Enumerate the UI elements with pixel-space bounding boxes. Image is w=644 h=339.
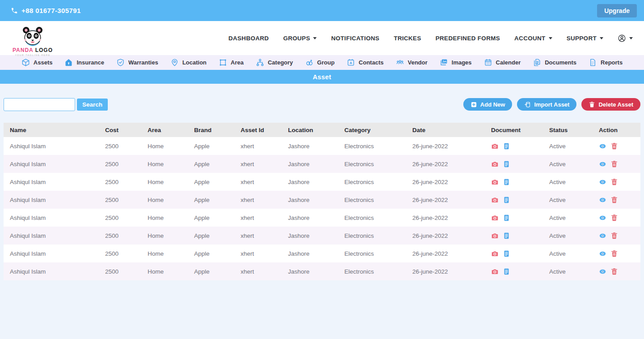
contact-card-icon: A (347, 58, 355, 67)
module-category[interactable]: Category (256, 58, 293, 67)
file-list-icon[interactable] (503, 178, 510, 186)
camera-icon[interactable] (491, 214, 499, 222)
nav-support[interactable]: SUPPORT (567, 35, 603, 42)
delete-asset-button[interactable]: Delete Asset (581, 98, 640, 111)
module-reports[interactable]: Reports (589, 58, 623, 67)
nav-notifications[interactable]: NOTIFICATIONS (331, 35, 379, 42)
top-contact-bar: +88 01677-305791 Upgrade (0, 0, 644, 21)
user-profile-menu[interactable] (618, 34, 633, 43)
delete-trash-icon[interactable] (610, 232, 618, 240)
cell-asset-id: xhert (234, 262, 282, 280)
cell-status: Active (543, 262, 593, 280)
file-list-icon[interactable] (503, 268, 510, 275)
module-group[interactable]: Group (305, 58, 335, 67)
cell-action (593, 137, 640, 155)
module-warranties[interactable]: Warranties (116, 58, 158, 67)
view-eye-icon[interactable] (599, 232, 606, 240)
cell-action (593, 227, 640, 245)
cell-cost: 2500 (99, 209, 141, 227)
nav-groups[interactable]: GROUPS (283, 35, 317, 42)
module-location[interactable]: Location (170, 58, 207, 67)
add-new-button[interactable]: Add New (463, 98, 513, 111)
view-eye-icon[interactable] (599, 196, 606, 204)
camera-icon[interactable] (491, 160, 499, 168)
view-eye-icon[interactable] (599, 250, 606, 257)
cell-asset-id: xhert (234, 209, 282, 227)
file-list-icon[interactable] (503, 250, 510, 257)
cell-asset-id: xhert (234, 191, 282, 209)
cell-location: Jashore (282, 245, 338, 262)
file-list-icon[interactable] (503, 142, 510, 150)
view-eye-icon[interactable] (599, 142, 606, 150)
cell-brand: Apple (188, 209, 234, 227)
cell-action (593, 191, 640, 209)
cell-brand: Apple (188, 191, 234, 209)
search-input[interactable] (4, 98, 75, 111)
phone-number: +88 01677-305791 (21, 7, 81, 14)
chevron-down-icon (600, 37, 603, 39)
cell-name: Ashiqul Islam (4, 191, 99, 209)
module-label: Vendor (408, 59, 428, 66)
nav-trickes[interactable]: TRICKES (394, 35, 421, 42)
delete-trash-icon[interactable] (610, 196, 618, 204)
cell-action (593, 173, 640, 191)
module-documents[interactable]: Documents (533, 58, 576, 67)
delete-trash-icon[interactable] (610, 250, 618, 257)
cell-action (593, 262, 640, 280)
file-list-icon[interactable] (503, 196, 510, 204)
module-area[interactable]: Area (219, 58, 244, 67)
module-vendor[interactable]: Vendor (396, 58, 428, 67)
delete-trash-icon[interactable] (610, 268, 618, 275)
view-eye-icon[interactable] (599, 214, 606, 222)
camera-icon[interactable] (491, 196, 499, 204)
cell-cost: 2500 (99, 137, 141, 155)
cell-name: Ashiqul Islam (4, 137, 99, 155)
table-row: Ashiqul Islam 2500 Home Apple xhert Jash… (4, 137, 640, 155)
delete-trash-icon[interactable] (610, 178, 618, 186)
table-row: Ashiqul Islam 2500 Home Apple xhert Jash… (4, 245, 640, 262)
cell-brand: Apple (188, 173, 234, 191)
nav-dashboard[interactable]: DASHBOARD (229, 35, 269, 42)
nav-predefined-forms[interactable]: PREDEFINED FORMS (436, 35, 500, 42)
file-list-icon[interactable] (503, 232, 510, 240)
view-eye-icon[interactable] (599, 160, 606, 168)
upgrade-button[interactable]: Upgrade (597, 4, 637, 17)
cell-area: Home (141, 209, 188, 227)
module-insurance[interactable]: Insurance (64, 58, 104, 67)
cell-brand: Apple (188, 245, 234, 262)
cell-asset-id: xhert (234, 173, 282, 191)
file-list-icon[interactable] (503, 160, 510, 168)
cell-date: 26-june-2022 (406, 245, 485, 262)
table-row: Ashiqul Islam 2500 Home Apple xhert Jash… (4, 227, 640, 245)
column-header-action: Action (593, 123, 640, 137)
delete-trash-icon[interactable] (610, 142, 618, 150)
import-database-icon (524, 101, 531, 108)
module-contacts[interactable]: A Contacts (347, 58, 384, 67)
delete-trash-icon[interactable] (610, 214, 618, 222)
camera-icon[interactable] (491, 232, 499, 240)
camera-icon[interactable] (491, 142, 499, 150)
camera-icon[interactable] (491, 250, 499, 257)
module-images[interactable]: Images (440, 58, 472, 67)
view-eye-icon[interactable] (599, 178, 606, 186)
module-label: Insurance (76, 59, 104, 66)
file-list-icon[interactable] (503, 214, 510, 222)
panda-logo[interactable]: PANDA LOGO YOUR TAGLINE HERE (13, 26, 53, 56)
main-header: PANDA LOGO YOUR TAGLINE HERE DASHBOARD G… (0, 21, 644, 55)
delete-trash-icon[interactable] (610, 160, 618, 168)
camera-icon[interactable] (491, 178, 499, 186)
nav-label: SUPPORT (567, 35, 597, 42)
cell-location: Jashore (282, 209, 338, 227)
search-button[interactable]: Search (77, 99, 108, 111)
camera-icon[interactable] (491, 268, 499, 275)
view-eye-icon[interactable] (599, 268, 606, 275)
table-row: Ashiqul Islam 2500 Home Apple xhert Jash… (4, 173, 640, 191)
asset-table-container: Name Cost Area Brand Asset Id Location C… (4, 123, 640, 280)
cell-area: Home (141, 155, 188, 173)
cell-location: Jashore (282, 191, 338, 209)
module-assets[interactable]: Assets (21, 58, 53, 67)
import-asset-button[interactable]: Import Asset (517, 98, 576, 111)
nav-account[interactable]: ACCOUNT (514, 35, 552, 42)
module-label: Category (268, 59, 293, 66)
module-calender[interactable]: Calender (484, 58, 521, 67)
